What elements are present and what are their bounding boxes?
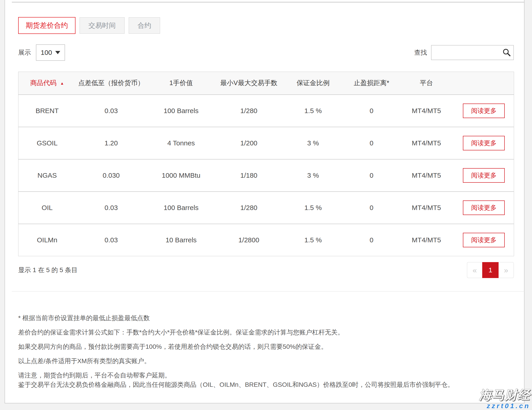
footnote: 如果交易同方向的商品，预付款比例需要高于100%，若使用差价合约锁仓交易的话，则…: [18, 342, 514, 351]
instruments-table: 商品代码▲ 点差低至（报价货币） 1手价值 最小V最大交易手数 保证金比例 止盈…: [18, 72, 514, 256]
cell-sl-tp: 0: [344, 192, 399, 224]
cell-lot-value: 100 Barrels: [147, 192, 216, 224]
sort-asc-icon: ▲: [60, 81, 64, 86]
search-input[interactable]: [431, 46, 513, 60]
cell-sl-tp: 0: [344, 95, 399, 127]
cell-symbol: OILMn: [19, 224, 76, 256]
chevron-down-icon: [55, 51, 60, 54]
cell-margin: 3 %: [282, 159, 344, 192]
table-header-row: 商品代码▲ 点差低至（报价货币） 1手价值 最小V最大交易手数 保证金比例 止盈…: [19, 72, 514, 95]
column-header-actions: [454, 72, 514, 95]
pagination-page-1[interactable]: 1: [482, 262, 499, 278]
cell-spread: 0.03: [76, 224, 147, 256]
cell-spread: 1.20: [76, 127, 147, 159]
column-header-spread[interactable]: 点差低至（报价货币）: [76, 72, 147, 95]
column-header-symbol[interactable]: 商品代码▲: [19, 72, 76, 95]
cell-min-max: 1/180: [216, 159, 282, 192]
search-icon: [503, 48, 511, 57]
table-summary: 显示 1 在 5 的 5 条目: [18, 266, 77, 274]
column-header-symbol-label: 商品代码: [30, 79, 57, 87]
cell-spread: 0.03: [76, 95, 147, 127]
search-box: [431, 45, 514, 60]
column-header-min-max[interactable]: 最小V最大交易手数: [216, 72, 282, 95]
search-label: 查找: [414, 48, 427, 57]
cell-margin: 3 %: [282, 127, 344, 159]
footnotes: * 根据当前市价设置挂单的最低止损盈最低点数 差价合约的保证金需求计算公式如下：…: [18, 313, 514, 389]
section-divider: [12, 291, 524, 292]
cell-symbol: NGAS: [19, 159, 76, 192]
cell-sl-tp: 0: [344, 159, 399, 192]
pagination: « 1 »: [467, 262, 514, 278]
column-header-lot-value[interactable]: 1手价值: [147, 72, 216, 95]
footnote: 鉴于交易平台无法交易负价格金融商品，因此当任何能源类商品（OIL、OILMn、B…: [18, 380, 514, 389]
table-row: OILMn 0.03 10 Barrels 1/2800 1.5 % 0 MT4…: [19, 224, 514, 256]
page-size-select[interactable]: 100: [36, 44, 65, 61]
tab-contract[interactable]: 合约: [129, 17, 160, 34]
watermark-title: 海马财经: [479, 388, 530, 401]
column-header-platform[interactable]: 平台: [399, 72, 454, 95]
tab-bar: 期货差价合约 交易时间 合约: [18, 17, 514, 34]
cell-platform: MT4/MT5: [399, 224, 454, 256]
tab-trading-hours[interactable]: 交易时间: [80, 17, 124, 34]
watermark-site: zzrt01.cn: [479, 402, 530, 410]
cell-spread: 0.03: [76, 192, 147, 224]
cell-symbol: GSOIL: [19, 127, 76, 159]
cell-margin: 1.5 %: [282, 192, 344, 224]
page-size-value: 100: [41, 49, 52, 56]
content-card: 期货差价合约 交易时间 合约 展示 100 查找: [5, 0, 524, 403]
column-header-sl-tp[interactable]: 止盈损距离*: [344, 72, 399, 95]
cell-lot-value: 1000 MMBtu: [147, 159, 216, 192]
read-more-button[interactable]: 阅读更多: [463, 200, 505, 215]
cell-sl-tp: 0: [344, 224, 399, 256]
cell-platform: MT4/MT5: [399, 95, 454, 127]
show-label: 展示: [18, 48, 31, 57]
footnote: 请注意，期货合约到期后，平台不会自动帮客户延期。: [18, 371, 514, 380]
cell-lot-value: 4 Tonnes: [147, 127, 216, 159]
read-more-button[interactable]: 阅读更多: [463, 233, 505, 247]
cell-lot-value: 10 Barrels: [147, 224, 216, 256]
top-divider: [12, 2, 524, 2]
footnote: 以上点差/条件适用于XM所有类型的真实账户。: [18, 356, 514, 366]
cell-symbol: BRENT: [19, 95, 76, 127]
cell-spread: 0.030: [76, 159, 147, 192]
cell-min-max: 1/280: [216, 192, 282, 224]
table-row: OIL 0.03 100 Barrels 1/280 1.5 % 0 MT4/M…: [19, 192, 514, 224]
pagination-next-button[interactable]: »: [499, 262, 514, 278]
column-header-margin[interactable]: 保证金比例: [282, 72, 344, 95]
read-more-button[interactable]: 阅读更多: [463, 104, 505, 118]
cell-symbol: OIL: [19, 192, 76, 224]
watermark: 海马财经 zzrt01.cn: [479, 388, 530, 410]
table-row: GSOIL 1.20 4 Tonnes 1/200 3 % 0 MT4/MT5 …: [19, 127, 514, 159]
cell-lot-value: 100 Barrels: [147, 95, 216, 127]
cell-margin: 1.5 %: [282, 224, 344, 256]
footnote: * 根据当前市价设置挂单的最低止损盈最低点数: [18, 313, 514, 323]
cell-min-max: 1/280: [216, 95, 282, 127]
table-row: BRENT 0.03 100 Barrels 1/280 1.5 % 0 MT4…: [19, 95, 514, 127]
read-more-button[interactable]: 阅读更多: [463, 168, 505, 183]
cell-platform: MT4/MT5: [399, 192, 454, 224]
cell-min-max: 1/2800: [216, 224, 282, 256]
tab-futures-cfd[interactable]: 期货差价合约: [18, 17, 76, 34]
cell-platform: MT4/MT5: [399, 159, 454, 192]
cell-platform: MT4/MT5: [399, 127, 454, 159]
table-row: NGAS 0.030 1000 MMBtu 1/180 3 % 0 MT4/MT…: [19, 159, 514, 192]
cell-sl-tp: 0: [344, 127, 399, 159]
cell-min-max: 1/200: [216, 127, 282, 159]
pagination-prev-button[interactable]: «: [467, 262, 482, 278]
footnote: 差价合约的保证金需求计算公式如下：手数*合约大小*开仓价格*保证金比例。保证金需…: [18, 328, 514, 337]
read-more-button[interactable]: 阅读更多: [463, 136, 505, 150]
cell-margin: 1.5 %: [282, 95, 344, 127]
